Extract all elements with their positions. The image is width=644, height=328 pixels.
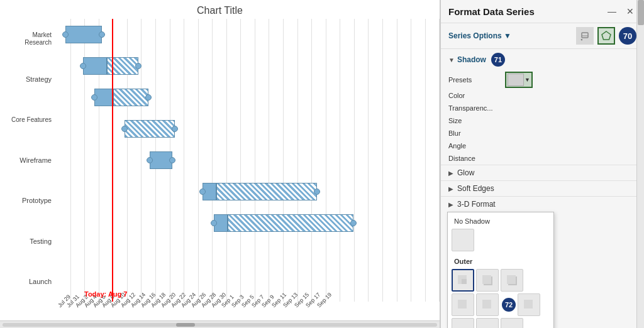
presets-row: Presets ▼ [441,70,644,89]
x-axis: Jul 29 Jul 31 Aug 2 Aug 4 Aug 6 Aug 8 Au… [57,302,440,320]
presets-swatch [508,74,524,86]
outer-shadow-8[interactable] [476,318,499,328]
outer-shadow-5[interactable] [476,293,499,316]
presets-control: ▼ [505,72,636,88]
bar-prototype-solid[interactable] [150,151,172,169]
shadow-arrow-icon: ▼ [448,57,455,63]
bar-launch-solid[interactable] [214,214,228,232]
outer-shadow-1[interactable] [452,269,474,292]
bar-core-hatched[interactable] [113,89,148,106]
bar-dot-left [91,94,97,101]
outer-shadow-6-icon [521,297,536,312]
bar-hatched [228,214,353,232]
size-label: Size [448,117,505,124]
bar-dot-left [147,157,153,163]
outer-shadow-4[interactable] [452,293,474,316]
y-label-prototype: Prototype [0,185,57,216]
chart-title: Chart Title [0,0,440,19]
outer-shadow-3-icon [504,273,519,288]
three-d-section[interactable]: ▶ 3-D Format [441,196,644,212]
bar-market-solid[interactable] [65,26,102,43]
outer-label: Outer [452,256,550,266]
badge-70: 70 [619,27,636,45]
bar-dot-left [211,220,217,226]
format-panel: Format Data Series — ✕ Series Options ▼ … [440,0,644,328]
glow-arrow-icon: ▶ [448,170,453,177]
soft-edges-arrow-icon: ▶ [448,185,453,192]
transparency-row: Transparenc... [441,102,644,114]
badge-72: 72 [502,298,516,312]
grid-line [355,19,369,302]
gantt-container: MarketResearch Strategy Core Features Wi… [0,19,440,320]
outer-shadow-3[interactable] [501,269,523,292]
grid-line [298,19,313,302]
bar-launch-hatched[interactable] [228,214,353,232]
grid-line [213,19,227,302]
panel-scrollbar-thumb [638,0,644,25]
glow-section[interactable]: ▶ Glow [441,165,644,180]
bar-hatched [216,183,317,200]
bar-testing-hatched[interactable] [216,183,317,200]
angle-row: Angle [441,139,644,152]
y-label-testing: Testing [0,226,57,257]
grid-line [227,19,242,302]
pentagon-icon-btn[interactable] [597,27,615,45]
blur-label: Blur [448,129,505,137]
outer-shadow-2-icon [480,273,495,288]
no-shadow-options [452,229,550,251]
bar-strategy-solid[interactable] [83,57,107,75]
bar-dot-right [314,189,320,195]
three-d-label: 3-D Format [457,200,496,209]
y-label-strategy: Strategy [0,63,57,95]
presets-dropdown-arrow: ▼ [525,77,530,83]
panel-title: Format Data Series [448,6,535,17]
shadow-dropdown: No Shadow Outer [447,212,554,328]
angle-label: Angle [448,142,505,150]
no-shadow-option[interactable] [452,229,474,251]
shadow-section-header[interactable]: ▼ Shadow 71 [441,49,644,70]
bar-dot-right [350,220,357,226]
presets-button[interactable]: ▼ [505,72,533,88]
glow-label: Glow [457,168,474,177]
chart-plot: Today: Aug 7 [57,19,440,320]
paint-icon-btn[interactable] [576,27,594,45]
soft-edges-section[interactable]: ▶ Soft Edges [441,180,644,196]
series-options-bar: Series Options ▼ 70 [441,23,644,49]
badge-71: 71 [491,53,505,67]
scrollbar-thumb [176,323,195,327]
grid-line [383,19,397,302]
svg-rect-5 [462,279,467,284]
today-line [112,19,113,302]
chart-scrollbar[interactable] [0,320,440,328]
grid-line [284,19,298,302]
distance-label: Distance [448,155,505,162]
shadow-label: Shadow [457,55,486,64]
bar-wireframe-hatched[interactable] [125,120,175,138]
outer-shadow-5-icon [480,297,495,312]
bar-testing-solid[interactable] [203,183,216,200]
soft-edges-label: Soft Edges [457,184,494,193]
close-icon[interactable]: ✕ [624,5,636,18]
bar-core-solid[interactable] [94,89,113,106]
minimize-icon[interactable]: — [605,5,619,18]
outer-shadow-6[interactable] [518,293,540,316]
color-label: Color [448,92,505,99]
outer-shadow-9[interactable] [501,318,523,328]
outer-shadow-2[interactable] [476,269,499,292]
grid-line [340,19,355,302]
outer-shadow-4-icon [455,297,470,312]
panel-header: Format Data Series — ✕ [441,0,644,23]
today-label: Today: Aug 7 [84,290,127,298]
panel-header-icons: — ✕ [605,5,636,18]
blur-row: Blur [441,127,644,139]
panel-scrollbar[interactable] [636,0,644,328]
bar-dot-left [62,31,69,38]
y-label-launch: Launch [0,266,57,297]
svg-rect-9 [507,275,516,284]
svg-rect-12 [524,300,533,309]
y-axis: MarketResearch Strategy Core Features Wi… [0,19,57,320]
bar-hatched [113,89,148,106]
outer-shadow-7[interactable] [452,318,474,328]
bar-dot-right [135,63,142,69]
three-d-arrow-icon: ▶ [448,201,453,208]
